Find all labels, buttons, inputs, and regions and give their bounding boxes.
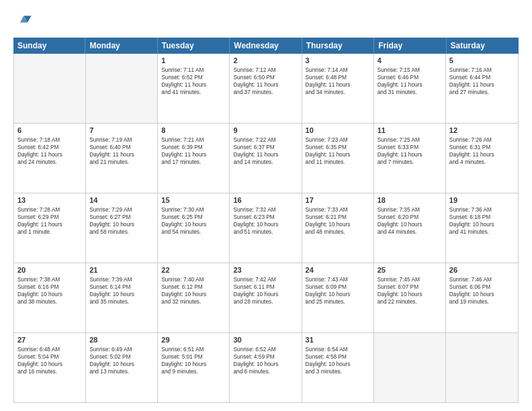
cell-line: and 38 minutes. (17, 298, 82, 306)
cell-line: Sunrise: 7:32 AM (233, 206, 298, 214)
calendar-cell: 24Sunrise: 7:43 AMSunset: 6:09 PMDayligh… (302, 263, 374, 332)
header-cell-wednesday: Wednesday (230, 38, 302, 54)
calendar-cell (14, 54, 86, 123)
cell-line: Sunset: 6:31 PM (449, 144, 515, 151)
cell-line: Sunset: 6:42 PM (17, 144, 82, 151)
header (13, 12, 519, 31)
calendar-cell: 20Sunrise: 7:38 AMSunset: 6:16 PMDayligh… (14, 263, 86, 332)
cell-line: Sunset: 6:07 PM (378, 283, 442, 291)
cell-line: and 31 minutes. (378, 89, 442, 96)
cell-line: Sunset: 6:46 PM (378, 74, 442, 81)
day-number: 1 (161, 56, 226, 66)
calendar-cell: 28Sunrise: 6:49 AMSunset: 5:02 PMDayligh… (86, 333, 158, 402)
cell-line: Daylight: 11 hours (306, 151, 370, 158)
cell-line: Daylight: 10 hours (161, 361, 226, 368)
cell-line: and 9 minutes. (161, 368, 226, 375)
calendar-row: 13Sunrise: 7:28 AMSunset: 6:29 PMDayligh… (14, 193, 518, 263)
day-number: 8 (161, 126, 226, 136)
cell-line: and 48 minutes. (306, 228, 370, 236)
header-cell-monday: Monday (85, 38, 157, 54)
cell-line: Daylight: 11 hours (449, 81, 515, 89)
cell-line: Daylight: 10 hours (17, 291, 82, 298)
cell-line: Sunrise: 7:11 AM (161, 66, 226, 74)
header-cell-sunday: Sunday (13, 38, 85, 54)
cell-line: Sunrise: 7:38 AM (17, 276, 82, 283)
header-cell-thursday: Thursday (302, 38, 374, 54)
calendar-cell (446, 333, 518, 402)
calendar-cell: 9Sunrise: 7:22 AMSunset: 6:37 PMDaylight… (230, 124, 302, 193)
cell-line: and 44 minutes. (378, 228, 442, 236)
cell-line: Daylight: 11 hours (449, 151, 515, 158)
cell-line: Sunset: 6:33 PM (378, 144, 442, 151)
calendar-cell: 13Sunrise: 7:28 AMSunset: 6:29 PMDayligh… (14, 193, 86, 263)
cell-line: Sunrise: 7:33 AM (306, 206, 370, 214)
cell-line: and 6 minutes. (233, 368, 298, 375)
cell-line: Sunrise: 7:30 AM (161, 206, 226, 214)
cell-line: Sunset: 6:06 PM (449, 283, 515, 291)
cell-line: Sunset: 6:44 PM (449, 74, 515, 81)
cell-line: Sunset: 4:58 PM (306, 353, 370, 361)
calendar-cell: 23Sunrise: 7:42 AMSunset: 6:11 PMDayligh… (230, 263, 302, 332)
cell-line: Daylight: 10 hours (306, 361, 370, 368)
calendar-cell: 1Sunrise: 7:11 AMSunset: 6:52 PMDaylight… (158, 54, 230, 123)
cell-line: Sunrise: 7:26 AM (449, 136, 515, 144)
cell-line: Sunrise: 7:42 AM (233, 276, 298, 283)
cell-line: Daylight: 11 hours (161, 81, 226, 89)
calendar-cell: 4Sunrise: 7:15 AMSunset: 6:46 PMDaylight… (374, 54, 446, 123)
cell-line: Sunrise: 7:40 AM (161, 276, 226, 283)
cell-line: and 25 minutes. (306, 298, 370, 306)
day-number: 15 (161, 195, 226, 205)
calendar-cell: 10Sunrise: 7:23 AMSunset: 6:35 PMDayligh… (302, 124, 374, 193)
cell-line: Daylight: 10 hours (17, 361, 82, 368)
cell-line: and 28 minutes. (233, 298, 298, 306)
header-cell-friday: Friday (374, 38, 446, 54)
calendar-cell: 31Sunrise: 6:54 AMSunset: 4:58 PMDayligh… (302, 333, 374, 402)
cell-line: Sunrise: 6:51 AM (161, 346, 226, 353)
calendar-cell: 5Sunrise: 7:16 AMSunset: 6:44 PMDaylight… (446, 54, 518, 123)
cell-line: Sunrise: 7:39 AM (89, 276, 154, 283)
cell-line: Daylight: 11 hours (378, 81, 442, 89)
cell-line: Sunrise: 7:21 AM (161, 136, 226, 144)
cell-line: Sunset: 6:12 PM (161, 283, 226, 291)
day-number: 7 (89, 126, 154, 136)
cell-line: Daylight: 10 hours (161, 291, 226, 298)
cell-line: and 41 minutes. (161, 89, 226, 96)
calendar-cell: 11Sunrise: 7:25 AMSunset: 6:33 PMDayligh… (374, 124, 446, 193)
day-number: 23 (233, 265, 298, 275)
cell-line: Sunrise: 7:14 AM (306, 66, 370, 74)
calendar-cell: 30Sunrise: 6:52 AMSunset: 4:59 PMDayligh… (230, 333, 302, 402)
day-number: 27 (17, 335, 82, 345)
calendar-cell: 27Sunrise: 6:48 AMSunset: 5:04 PMDayligh… (14, 333, 86, 402)
calendar-cell: 12Sunrise: 7:26 AMSunset: 6:31 PMDayligh… (446, 124, 518, 193)
cell-line: and 37 minutes. (233, 89, 298, 96)
day-number: 18 (378, 195, 442, 205)
day-number: 2 (233, 56, 298, 66)
day-number: 17 (306, 195, 370, 205)
day-number: 21 (89, 265, 154, 275)
cell-line: Sunset: 6:39 PM (161, 144, 226, 151)
calendar-cell: 2Sunrise: 7:12 AMSunset: 6:50 PMDaylight… (230, 54, 302, 123)
day-number: 25 (378, 265, 442, 275)
cell-line: Sunrise: 6:54 AM (306, 346, 370, 353)
cell-line: Daylight: 11 hours (89, 151, 154, 158)
cell-line: Daylight: 10 hours (449, 291, 515, 298)
cell-line: Daylight: 10 hours (89, 291, 154, 298)
cell-line: Sunset: 6:52 PM (161, 74, 226, 81)
cell-line: Sunset: 6:50 PM (233, 74, 298, 81)
cell-line: and 32 minutes. (161, 298, 226, 306)
day-number: 11 (378, 126, 442, 136)
cell-line: Sunset: 6:20 PM (378, 214, 442, 221)
cell-line: Daylight: 11 hours (233, 151, 298, 158)
cell-line: and 16 minutes. (17, 368, 82, 375)
cell-line: Sunrise: 7:12 AM (233, 66, 298, 74)
cell-line: and 21 minutes. (89, 158, 154, 166)
day-number: 13 (17, 195, 82, 205)
cell-line: Daylight: 10 hours (233, 291, 298, 298)
cell-line: and 34 minutes. (306, 89, 370, 96)
cell-line: Daylight: 10 hours (161, 221, 226, 228)
day-number: 16 (233, 195, 298, 205)
cell-line: and 1 minute. (17, 228, 82, 236)
day-number: 29 (161, 335, 226, 345)
header-cell-tuesday: Tuesday (158, 38, 230, 54)
day-number: 5 (449, 56, 515, 66)
